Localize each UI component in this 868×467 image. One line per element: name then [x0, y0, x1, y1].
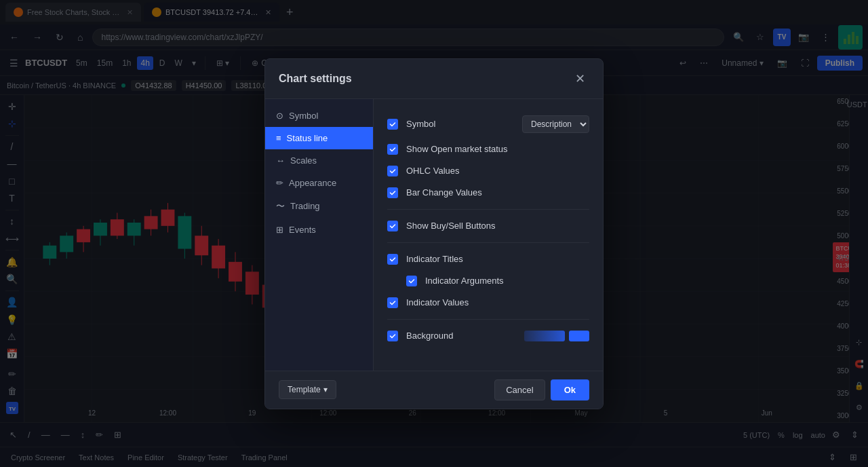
sidebar-status-line-label: Status line	[287, 133, 328, 143]
indicator-arguments-checkbox[interactable]	[406, 276, 417, 286]
indicator-arguments-label: Indicator Arguments	[425, 276, 589, 286]
bar-change-label: Bar Change Values	[406, 187, 589, 198]
sidebar-trading-label: Trading	[290, 201, 320, 211]
setting-symbol-row: Symbol Description Ticker Both	[387, 110, 589, 138]
open-market-checkbox[interactable]	[387, 144, 398, 155]
symbol-setting-label: Symbol	[406, 119, 514, 129]
modal-main-content: Symbol Description Ticker Both Show Open…	[374, 99, 603, 371]
symbol-dropdown[interactable]: Description Ticker Both	[522, 115, 589, 133]
appearance-sidebar-icon: ✏	[276, 178, 283, 188]
setting-indicator-arguments-row: Indicator Arguments	[387, 270, 589, 292]
indicator-values-label: Indicator Values	[406, 297, 589, 307]
ok-button[interactable]: Ok	[551, 379, 589, 400]
background-color-swatches	[524, 331, 589, 341]
template-chevron-icon: ▾	[323, 385, 328, 394]
ohlc-label: OHLC Values	[406, 166, 589, 176]
setting-open-market-row: Show Open market status	[387, 138, 589, 160]
separator-2	[387, 242, 589, 243]
sidebar-item-events[interactable]: ⊞ Events	[265, 219, 373, 241]
chart-settings-modal: Chart settings ✕ ⊙ Symbol ≡ Status line …	[264, 58, 604, 409]
modal-footer: Template ▾ Cancel Ok	[265, 371, 603, 409]
background-solid-swatch[interactable]	[569, 331, 589, 341]
background-gradient-swatch[interactable]	[524, 331, 565, 341]
setting-buy-sell-row: Show Buy/Sell Buttons	[387, 215, 589, 237]
scales-sidebar-icon: ↔	[276, 155, 285, 166]
events-sidebar-icon: ⊞	[276, 225, 283, 235]
sidebar-item-appearance[interactable]: ✏ Appearance	[265, 172, 373, 194]
separator-1	[387, 209, 589, 210]
indicator-titles-checkbox[interactable]	[387, 254, 398, 265]
symbol-checkbox[interactable]	[387, 119, 398, 130]
setting-indicator-titles-row: Indicator Titles	[387, 248, 589, 270]
modal-body: ⊙ Symbol ≡ Status line ↔ Scales ✏ Appear…	[265, 99, 603, 371]
indicator-titles-label: Indicator Titles	[406, 254, 589, 264]
open-market-label: Show Open market status	[406, 144, 589, 154]
sidebar-item-trading[interactable]: 〜 Trading	[265, 194, 373, 219]
background-label: Background	[406, 331, 516, 341]
sidebar-scales-label: Scales	[290, 155, 317, 166]
sidebar-item-symbol[interactable]: ⊙ Symbol	[265, 105, 373, 127]
buy-sell-checkbox[interactable]	[387, 221, 398, 231]
ohlc-checkbox[interactable]	[387, 166, 398, 176]
bar-change-checkbox[interactable]	[387, 187, 398, 198]
indicator-values-checkbox[interactable]	[387, 297, 398, 308]
separator-3	[387, 319, 589, 320]
modal-close-button[interactable]: ✕	[571, 70, 589, 88]
setting-bar-change-row: Bar Change Values	[387, 182, 589, 204]
modal-sidebar: ⊙ Symbol ≡ Status line ↔ Scales ✏ Appear…	[265, 99, 374, 371]
sidebar-symbol-label: Symbol	[289, 111, 318, 121]
sidebar-item-scales[interactable]: ↔ Scales	[265, 149, 373, 172]
modal-overlay[interactable]: Chart settings ✕ ⊙ Symbol ≡ Status line …	[0, 0, 868, 467]
setting-background-row: Background	[387, 325, 589, 347]
footer-action-buttons: Cancel Ok	[494, 379, 589, 400]
symbol-sidebar-icon: ⊙	[276, 111, 283, 121]
sidebar-appearance-label: Appearance	[289, 178, 336, 188]
template-button[interactable]: Template ▾	[279, 380, 336, 399]
setting-ohlc-row: OHLC Values	[387, 160, 589, 182]
setting-indicator-values-row: Indicator Values	[387, 292, 589, 314]
background-checkbox[interactable]	[387, 331, 398, 341]
status-line-sidebar-icon: ≡	[276, 133, 281, 143]
modal-title: Chart settings	[279, 73, 352, 85]
cancel-button[interactable]: Cancel	[494, 379, 545, 400]
modal-header: Chart settings ✕	[265, 59, 603, 99]
buy-sell-label: Show Buy/Sell Buttons	[406, 221, 589, 231]
trading-sidebar-icon: 〜	[276, 200, 285, 212]
sidebar-item-status-line[interactable]: ≡ Status line	[265, 127, 373, 149]
sidebar-events-label: Events	[289, 225, 316, 235]
